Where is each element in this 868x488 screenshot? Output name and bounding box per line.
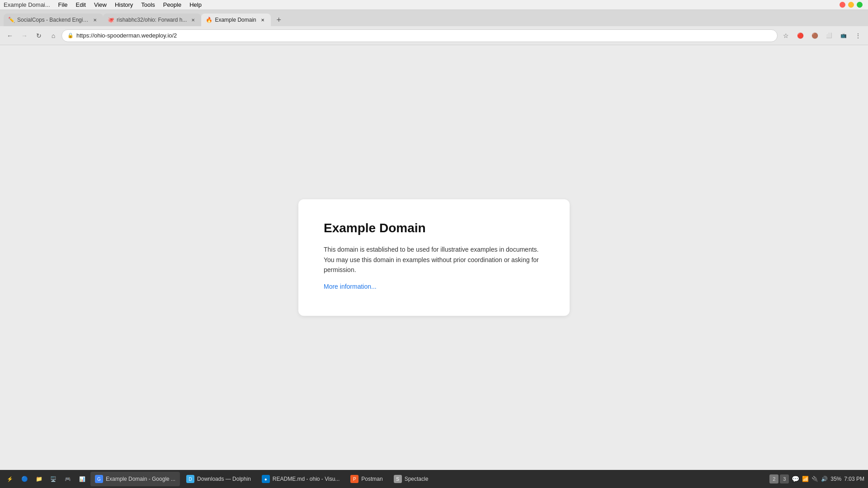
tab-close-2[interactable]: ✕	[189, 16, 197, 23]
taskbar-app-icon-dolphin: D	[186, 475, 194, 483]
taskbar-wifi-icon[interactable]: 📶	[802, 476, 809, 482]
taskbar-icon-files[interactable]: 📁	[33, 473, 45, 485]
maximize-button[interactable]	[857, 2, 863, 8]
taskbar-app-icon-browser: G	[95, 475, 103, 483]
taskbar-app-label-dolphin: Downloads — Dolphin	[197, 476, 251, 482]
tab-title-1: SocialCops - Backend Engine...	[17, 17, 89, 23]
taskbar-app-browser[interactable]: G Example Domain - Google ...	[90, 472, 180, 486]
taskbar-app-dolphin[interactable]: D Downloads — Dolphin	[182, 472, 255, 486]
taskbar-app-vscode[interactable]: ● README.md - ohio - Visu...	[257, 472, 344, 486]
menu-people[interactable]: People	[160, 0, 185, 9]
tab-title-3: Example Domain	[215, 17, 256, 23]
taskbar-icon-activity[interactable]: ⚡	[4, 473, 16, 485]
tab-example-domain[interactable]: 🔥 Example Domain ✕	[201, 14, 270, 26]
reload-button[interactable]: ↻	[33, 29, 45, 42]
taskbar-right: 2 3 💬 📶 🔌 🔊 35% 7:03 PM	[769, 474, 864, 483]
taskbar-app-icon-vscode: ●	[262, 475, 270, 483]
tab-favicon-1: ✏️	[8, 17, 14, 23]
workspace-3[interactable]: 3	[780, 474, 789, 483]
nav-right-icons: ☆ 🔴 🟤 ⬜ 📺 ⋮	[779, 29, 864, 42]
menu-help[interactable]: Help	[186, 0, 205, 9]
taskbar-icon-game[interactable]: 🎮	[61, 473, 74, 485]
tab-title-2: rishabhc32/ohio: Forward h...	[117, 17, 187, 23]
navbar: ← → ↻ ⌂ 🔒 https://ohio-spooderman.wedepl…	[0, 26, 868, 45]
taskbar-app-icon-postman: P	[350, 475, 359, 483]
menu-button[interactable]: ⋮	[852, 29, 864, 42]
app-name: Example Domai...	[4, 1, 50, 8]
taskbar-app-label-vscode: README.md - ohio - Visu...	[273, 476, 340, 482]
workspace-2[interactable]: 2	[769, 474, 778, 483]
more-info-link[interactable]: More information...	[324, 283, 377, 290]
taskbar-volume-icon[interactable]: 🔊	[821, 476, 828, 482]
extensions-button[interactable]: 🔴	[794, 29, 807, 42]
taskbar-app-spectacle[interactable]: S Spectacle	[389, 472, 433, 486]
content-card: Example Domain This domain is establishe…	[298, 199, 570, 315]
taskbar-time: 7:03 PM	[844, 476, 864, 482]
tabbar: ✏️ SocialCops - Backend Engine... ✕ 🐙 ri…	[0, 10, 868, 26]
taskbar-app-postman[interactable]: P Postman	[346, 472, 387, 486]
taskbar-icon-blue[interactable]: 🔵	[18, 473, 31, 485]
lock-icon: 🔒	[67, 33, 74, 38]
taskbar-app-label-postman: Postman	[361, 476, 382, 482]
taskbar-telegram-icon[interactable]: 💬	[792, 475, 799, 483]
forward-button[interactable]: →	[18, 29, 31, 42]
taskbar-battery-text: 35%	[830, 476, 841, 482]
menu-edit[interactable]: Edit	[72, 0, 90, 9]
menubar: Example Domai... File Edit View History …	[0, 0, 868, 10]
page-description: This domain is established to be used fo…	[324, 244, 544, 275]
menu-history[interactable]: History	[111, 0, 137, 9]
taskbar-network-icon[interactable]: 🔌	[811, 476, 818, 482]
url-text: https://ohio-spooderman.wedeploy.io/2	[76, 32, 772, 39]
taskbar-app-icon-spectacle: S	[394, 475, 402, 483]
tab-favicon-3: 🔥	[206, 17, 212, 23]
traffic-lights	[840, 2, 863, 8]
taskbar-system-icons: ⚡ 🔵 📁 🖥️ 🎮 📊	[4, 473, 89, 485]
tab-close-3[interactable]: ✕	[259, 16, 266, 23]
bookmark-button[interactable]: ☆	[779, 29, 792, 42]
tab-github[interactable]: 🐙 rishabhc32/ohio: Forward h... ✕	[103, 14, 201, 26]
tab-socialcops[interactable]: ✏️ SocialCops - Backend Engine... ✕	[4, 14, 103, 26]
tab-close-1[interactable]: ✕	[91, 16, 99, 23]
back-button[interactable]: ←	[4, 29, 16, 42]
window-button[interactable]: ⬜	[823, 29, 835, 42]
taskbar-app-label-browser: Example Domain - Google ...	[106, 476, 175, 482]
taskbar-icon-monitor[interactable]: 🖥️	[47, 473, 60, 485]
content-area: Example Domain This domain is establishe…	[0, 45, 868, 470]
account-button[interactable]: 🟤	[808, 29, 821, 42]
address-bar[interactable]: 🔒 https://ohio-spooderman.wedeploy.io/2	[61, 29, 778, 42]
minimize-button[interactable]	[848, 2, 854, 8]
menu-tools[interactable]: Tools	[137, 0, 158, 9]
home-button[interactable]: ⌂	[47, 29, 60, 42]
cast-button[interactable]: 📺	[837, 29, 850, 42]
workspace-indicator: 2 3	[769, 474, 789, 483]
page-title: Example Domain	[324, 221, 544, 235]
tab-favicon-2: 🐙	[108, 17, 114, 23]
taskbar-icon-stats[interactable]: 📊	[76, 473, 89, 485]
menu-view[interactable]: View	[90, 0, 110, 9]
new-tab-button[interactable]: +	[273, 14, 285, 26]
taskbar-app-label-spectacle: Spectacle	[405, 476, 429, 482]
taskbar: ⚡ 🔵 📁 🖥️ 🎮 📊 G Example Domain - Google .…	[0, 470, 868, 488]
menu-file[interactable]: File	[55, 0, 71, 9]
close-button[interactable]	[840, 2, 845, 8]
